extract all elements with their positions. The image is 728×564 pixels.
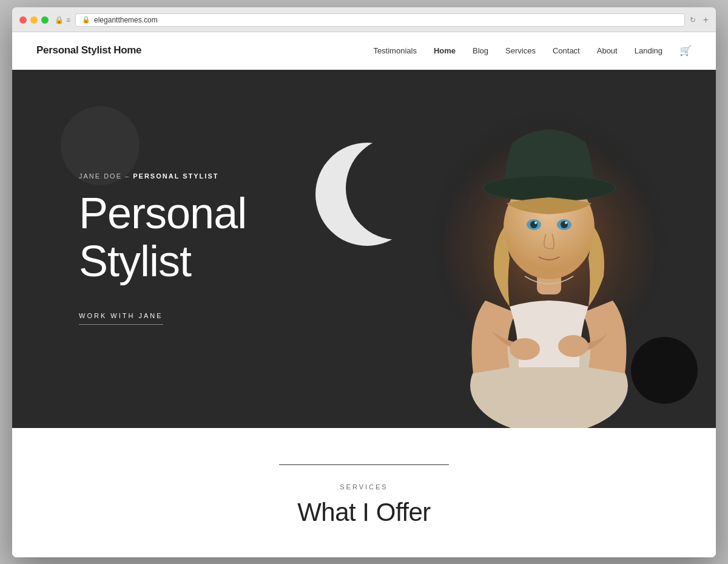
nav-blog[interactable]: Blog [473,46,488,55]
lock-icon: 🔒 [82,16,90,24]
services-label: SERVICES [36,483,692,491]
nav-icons: 🔒 ≡ [55,16,70,24]
browser-chrome: 🔒 ≡ 🔒 elegantthemes.com ↻ + [12,7,716,32]
hero-cta[interactable]: WORK WITH JANE [79,310,364,325]
services-title: What I Offer [36,498,692,527]
hero-title-line1: Personal [79,189,246,237]
hero-subtitle: JANE DOE – PERSONAL STYLIST [79,172,364,180]
hero-subtitle-bold: PERSONAL STYLIST [133,172,218,180]
browser-toolbar: 🔒 ≡ 🔒 elegantthemes.com ↻ + [55,13,709,27]
hero-content: JANE DOE – PERSONAL STYLIST Personal Sty… [12,70,364,428]
hero-title-line2: Stylist [79,237,191,285]
minimize-button[interactable] [30,16,38,24]
svg-point-14 [510,338,540,360]
nav-services[interactable]: Services [505,46,536,55]
hero-cta-text[interactable]: WORK WITH JANE [79,312,163,325]
url-text: elegantthemes.com [94,16,158,24]
site-nav: Testimonials Home Blog Services Contact … [373,45,692,56]
svg-point-5 [484,176,615,200]
nav-home[interactable]: Home [434,46,456,55]
reader-icon: ≡ [66,16,70,24]
address-bar[interactable]: 🔒 elegantthemes.com [75,13,685,27]
svg-point-15 [558,335,588,357]
hero-woman-image [413,70,686,428]
new-tab-button[interactable]: + [703,15,709,25]
nav-about[interactable]: About [597,46,618,55]
website-content: Personal Stylist Home Testimonials Home … [12,32,716,557]
privacy-icon: 🔒 [55,16,64,24]
site-header: Personal Stylist Home Testimonials Home … [12,32,716,70]
svg-point-11 [565,222,567,224]
svg-point-10 [534,222,537,224]
hero-subtitle-normal: JANE DOE – [79,172,130,180]
maximize-button[interactable] [41,16,49,24]
nav-landing[interactable]: Landing [635,46,662,55]
traffic-lights [19,16,49,24]
services-section: SERVICES What I Offer [12,428,716,557]
hero-title: Personal Stylist [79,189,364,285]
browser-window: 🔒 ≡ 🔒 elegantthemes.com ↻ + Personal Sty… [12,7,716,557]
cart-icon[interactable]: 🛒 [679,45,692,56]
site-logo: Personal Stylist Home [36,44,141,56]
close-button[interactable] [19,16,27,24]
services-divider [279,464,449,465]
nav-contact[interactable]: Contact [553,46,580,55]
nav-testimonials[interactable]: Testimonials [373,46,417,55]
refresh-button[interactable]: ↻ [690,16,696,24]
hero-section: JANE DOE – PERSONAL STYLIST Personal Sty… [12,70,716,428]
